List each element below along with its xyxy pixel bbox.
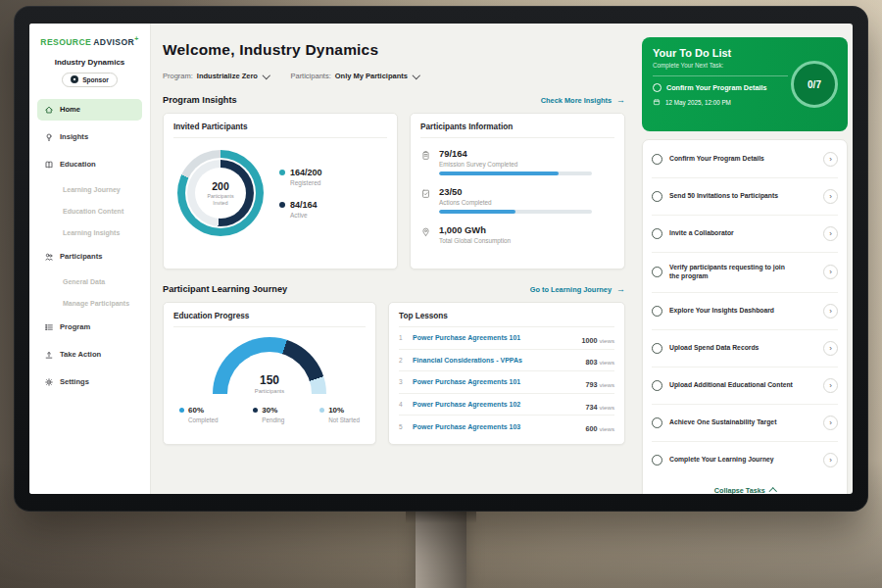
chevron-right-icon[interactable]: › xyxy=(823,453,838,467)
sidebar-item-manage-participants[interactable]: Manage Participants xyxy=(37,295,142,313)
task-item-upload-spend-data[interactable]: Upload Spend Data Records › xyxy=(652,330,838,368)
chevron-down-icon xyxy=(263,72,270,79)
todo-tasks-card: Confirm Your Program Details › Send 50 I… xyxy=(642,139,848,494)
sidebar-item-general-data[interactable]: General Data xyxy=(37,273,142,291)
sidebar-item-education-content[interactable]: Education Content xyxy=(37,203,142,220)
chevron-right-icon[interactable]: › xyxy=(823,304,838,318)
home-icon xyxy=(44,105,54,115)
education-progress-card: Education Progress 150 Participants xyxy=(163,302,376,445)
task-checkbox[interactable] xyxy=(652,154,662,165)
task-item-complete-learning-journey[interactable]: Complete Your Learning Journey › xyxy=(652,442,838,478)
task-checkbox[interactable] xyxy=(652,191,662,202)
lesson-link[interactable]: Power Purchase Agreements 102 xyxy=(413,401,579,408)
gear-icon xyxy=(44,377,54,387)
task-checkbox[interactable] xyxy=(652,417,662,428)
legend-item-registered: 164/200 Registered xyxy=(279,168,322,186)
task-item-explore-insights[interactable]: Explore Your Insights Dashboard › xyxy=(652,293,838,330)
task-item-invite-collaborator[interactable]: Invite a Collaborator › xyxy=(652,216,838,253)
card-title-lessons: Top Lessons xyxy=(399,312,614,327)
chevron-right-icon[interactable]: › xyxy=(823,341,838,356)
task-item-achieve-target[interactable]: Achieve One Sustainability Target › xyxy=(652,405,838,442)
task-item-verify-participants[interactable]: Verify participants requesting to join t… xyxy=(652,253,838,293)
program-filter[interactable]: Program: Industrialize Zero xyxy=(163,72,269,80)
lesson-row[interactable]: 3 Power Purchase Agreements 101 793views xyxy=(399,371,614,394)
invited-participants-donut: 200 Participants Invited xyxy=(177,150,264,236)
logo-plus: + xyxy=(134,35,139,42)
info-row-actions: 23/50 Actions Completed xyxy=(420,186,614,214)
chevron-right-icon[interactable]: › xyxy=(823,152,838,167)
sidebar-item-participants[interactable]: Participants xyxy=(37,246,142,268)
task-checkbox[interactable] xyxy=(652,267,662,277)
sidebar-item-home[interactable]: Home xyxy=(37,99,142,121)
page-title: Welcome, Industry Dynamics xyxy=(163,41,625,59)
todo-next-task[interactable]: Confirm Your Program Details xyxy=(653,75,788,92)
monitor-bezel: RESOURCEADVISOR+ Industry Dynamics Spons… xyxy=(14,6,868,512)
go-to-learning-journey-link[interactable]: Go to Learning Journey → xyxy=(530,285,625,294)
logo-resource: RESOURCE xyxy=(40,37,91,47)
lesson-row[interactable]: 2 Financial Considerations - VPPAs 803vi… xyxy=(399,350,614,372)
sidebar-item-learning-journey[interactable]: Learning Journey xyxy=(37,181,142,199)
lesson-link[interactable]: Power Purchase Agreements 103 xyxy=(413,423,579,430)
app-logo: RESOURCEADVISOR+ xyxy=(37,33,142,48)
navy-dot-icon xyxy=(279,202,285,208)
chevron-right-icon[interactable]: › xyxy=(823,416,838,430)
lesson-link[interactable]: Power Purchase Agreements 101 xyxy=(413,334,575,341)
lesson-link[interactable]: Power Purchase Agreements 101 xyxy=(413,378,579,385)
check-more-insights-link[interactable]: Check More Insights → xyxy=(541,96,625,105)
gauge-center: 150 Participants xyxy=(213,374,326,394)
main-content: Welcome, Industry Dynamics Program: Indu… xyxy=(151,24,637,494)
card-title-invited: Invited Participants xyxy=(173,122,387,138)
task-item-send-invitations[interactable]: Send 50 Invitations to Participants › xyxy=(652,178,838,216)
insights-cards-row: Invited Participants 200 Participants In… xyxy=(163,113,625,270)
invited-participants-card: Invited Participants 200 Participants In… xyxy=(163,113,398,270)
navy-dot-icon xyxy=(253,408,258,413)
sponsor-badge-label: Sponsor xyxy=(82,76,109,83)
task-checkbox[interactable] xyxy=(652,343,662,354)
sidebar-item-learning-insights[interactable]: Learning Insights xyxy=(37,224,142,242)
sponsor-badge: Sponsor xyxy=(62,73,118,87)
collapse-tasks-link[interactable]: Collapse Tasks xyxy=(652,478,838,494)
section-title-learning-journey: Participant Learning Journey xyxy=(163,284,287,294)
chevron-right-icon[interactable]: › xyxy=(823,189,838,204)
sidebar-item-insights[interactable]: Insights xyxy=(37,126,142,148)
participants-information-card: Participants Information 79/164 Emission… xyxy=(410,113,625,270)
sidebar-item-take-action[interactable]: Take Action xyxy=(37,344,142,366)
learning-journey-section-head: Participant Learning Journey Go to Learn… xyxy=(163,284,625,294)
participants-filter-value: Only My Participants xyxy=(335,72,408,80)
lesson-link[interactable]: Financial Considerations - VPPAs xyxy=(413,357,579,364)
participants-filter-label: Participants: xyxy=(290,72,330,80)
sidebar-item-education[interactable]: Education xyxy=(37,154,142,175)
sidebar-item-settings[interactable]: Settings xyxy=(37,371,142,393)
checkbox-icon[interactable] xyxy=(653,83,662,92)
program-filter-label: Program: xyxy=(163,72,193,80)
chevron-right-icon[interactable]: › xyxy=(823,378,838,393)
chevron-down-icon xyxy=(413,72,420,79)
donut-center: 200 Participants Invited xyxy=(195,168,246,219)
info-row-consumption: 1,000 GWh Total Global Consumption xyxy=(420,224,614,248)
task-checkbox[interactable] xyxy=(652,306,662,317)
card-title-education: Education Progress xyxy=(173,312,366,327)
participants-filter[interactable]: Participants: Only My Participants xyxy=(290,72,418,80)
lesson-row[interactable]: 4 Power Purchase Agreements 102 734views xyxy=(399,394,614,416)
program-insights-section-head: Program Insights Check More Insights → xyxy=(163,95,625,105)
sidebar-nav: Home Insights Education Learning Journey xyxy=(37,99,142,393)
gauge-legend: 60% Completed 30% Pending 10% xyxy=(173,406,366,423)
lesson-row[interactable]: 1 Power Purchase Agreements 101 1000view… xyxy=(399,327,614,350)
task-item-upload-educational-content[interactable]: Upload Additional Educational Content › xyxy=(652,368,838,405)
todo-header-card: Your To Do List Complete Your Next Task:… xyxy=(642,37,848,131)
task-checkbox[interactable] xyxy=(652,380,662,391)
sidebar: RESOURCEADVISOR+ Industry Dynamics Spons… xyxy=(29,24,151,494)
card-title-info: Participants Information xyxy=(420,122,614,138)
lightbulb-icon xyxy=(44,132,54,142)
arrow-right-icon: → xyxy=(616,285,625,294)
legend-item-not-started: 10% Not Started xyxy=(319,406,360,423)
task-checkbox[interactable] xyxy=(652,455,662,466)
chevron-right-icon[interactable]: › xyxy=(823,265,838,279)
task-checkbox[interactable] xyxy=(652,228,662,239)
list-icon xyxy=(44,322,54,332)
lesson-row[interactable]: 5 Power Purchase Agreements 103 600views xyxy=(399,416,614,437)
sidebar-item-program[interactable]: Program xyxy=(37,317,142,338)
chevron-right-icon[interactable]: › xyxy=(823,226,838,241)
task-item-confirm-program[interactable]: Confirm Your Program Details › xyxy=(652,141,838,178)
logo-advisor: ADVISOR xyxy=(93,37,134,47)
